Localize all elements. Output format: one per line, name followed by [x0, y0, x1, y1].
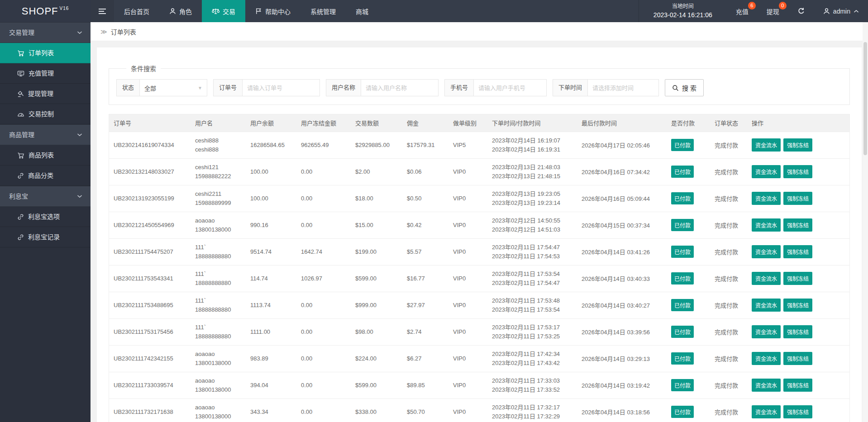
admin-menu[interactable]: admin: [814, 0, 868, 22]
username-line2: 13800138000: [195, 225, 241, 234]
sidebar-item[interactable]: 商品分类: [0, 166, 91, 186]
search-icon: [672, 85, 679, 91]
refresh-button[interactable]: [788, 0, 814, 22]
recharge-shortcut[interactable]: 充值 6: [727, 0, 758, 22]
withdraw-shortcut[interactable]: 提现 0: [758, 0, 788, 22]
sidebar-item[interactable]: 利息宝选项: [0, 207, 91, 227]
order-id-cell: UB2302131923055199: [109, 185, 191, 212]
table-row: UB2302121450554969aoaoao13800138000990.1…: [109, 212, 849, 238]
sidebar-item[interactable]: 提现管理: [0, 84, 91, 104]
order-time: 2023年02月11日 17:53:48: [492, 296, 572, 305]
username-cell: 111`18888888880: [191, 292, 246, 318]
fund-flow-button[interactable]: 资金流水: [752, 165, 781, 178]
fund-flow-button[interactable]: 资金流水: [752, 218, 781, 232]
nav-item[interactable]: 系统管理: [300, 0, 346, 22]
last-pay-time: 2026年04月14日 03:39:56: [582, 329, 650, 336]
username-line1: 111`: [195, 270, 241, 279]
order-time-cell: 2023年02月11日 17:42:342023年02月11日 17:43:42: [487, 345, 577, 372]
username-line2: 18888888880: [195, 332, 241, 341]
level-cell: VIP0: [448, 185, 487, 212]
nav-item[interactable]: 帮助中心: [245, 0, 300, 22]
force-freeze-button[interactable]: 强制冻结: [783, 165, 812, 178]
search-button-label: 搜 索: [682, 83, 696, 92]
order-id: UB2302111753543341: [114, 275, 173, 282]
commission-cell: $50.70: [402, 398, 448, 422]
fund-flow-button[interactable]: 资金流水: [752, 272, 781, 285]
fund-flow-button[interactable]: 资金流水: [752, 192, 781, 205]
last-pay-time-cell: 2026年04月17日 02:05:46: [577, 132, 667, 158]
status-select[interactable]: 全部 ▼: [139, 79, 207, 96]
sidebar-group[interactable]: 交易管理: [0, 22, 91, 43]
username-line2: 13800138000: [195, 385, 241, 394]
force-freeze-button[interactable]: 强制冻结: [783, 245, 812, 258]
status-selected-value: 全部: [144, 84, 156, 92]
phone-filter: 手机号: [444, 79, 547, 96]
paid-status-cell: 已付款: [667, 185, 710, 212]
force-freeze-button[interactable]: 强制冻结: [783, 352, 812, 365]
local-time-label: 当地时间: [672, 2, 694, 10]
force-freeze-button[interactable]: 强制冻结: [783, 272, 812, 285]
breadcrumb: ≫ 订单列表: [91, 22, 868, 41]
sidebar-group[interactable]: 利息宝: [0, 186, 91, 207]
fund-flow-button[interactable]: 资金流水: [752, 299, 781, 312]
sidebar-item-label: 商品列表: [29, 145, 54, 166]
fund-flow-button[interactable]: 资金流水: [752, 325, 781, 338]
topbar-right: 当地时间 2023-02-14 16:21:06 充值 6 提现 0 admin: [639, 0, 868, 22]
nav-item[interactable]: 角色: [159, 0, 202, 22]
force-freeze-button[interactable]: 强制冻结: [783, 138, 812, 152]
amount-value: $599.00: [355, 275, 377, 282]
force-freeze-button[interactable]: 强制冻结: [783, 325, 812, 338]
fund-flow-button[interactable]: 资金流水: [752, 379, 781, 392]
last-pay-time: 2026年04月14日 03:18:56: [582, 409, 650, 416]
order-id: UB2302111733039574: [114, 382, 173, 389]
gauge-icon: [17, 111, 24, 117]
force-freeze-button[interactable]: 强制冻结: [783, 192, 812, 205]
sidebar-item-label: 充值管理: [29, 63, 54, 84]
sidebar-group[interactable]: 商品管理: [0, 124, 91, 145]
nav-item[interactable]: 商城: [346, 0, 378, 22]
user-icon: [169, 8, 176, 14]
commission-cell: $89.85: [402, 372, 448, 398]
order-time-cell: 2023年02月13日 19:23:052023年02月13日 19:23:14: [487, 185, 577, 212]
hamburger-icon: [98, 8, 106, 14]
fund-flow-button[interactable]: 资金流水: [752, 245, 781, 258]
page-scrollbar[interactable]: [863, 22, 868, 422]
fund-flow-button[interactable]: 资金流水: [752, 405, 781, 418]
commission-cell: $0.50: [402, 185, 448, 212]
order-no-input[interactable]: [242, 79, 320, 96]
amount-cell: $199.00: [351, 238, 402, 265]
username-line2: 15988889999: [195, 199, 241, 208]
amount-value: $199.00: [355, 248, 377, 255]
sidebar-item[interactable]: 交易控制: [0, 104, 91, 124]
search-button[interactable]: 搜 索: [665, 79, 704, 96]
sidebar-item[interactable]: 商品列表: [0, 145, 91, 166]
search-panel: 条件搜索 状态 全部 ▼ 订单号 用户名称: [109, 64, 850, 105]
collapse-sidebar-button[interactable]: [91, 0, 114, 22]
force-freeze-button[interactable]: 强制冻结: [783, 218, 812, 232]
username-input[interactable]: [361, 79, 439, 96]
force-freeze-button[interactable]: 强制冻结: [783, 405, 812, 418]
sidebar-item[interactable]: 利息宝记录: [0, 227, 91, 247]
nav-item[interactable]: 交易: [202, 0, 245, 22]
nav-item[interactable]: 后台首页: [114, 0, 159, 22]
last-pay-time-cell: 2026年04月14日 03:29:13: [577, 345, 667, 372]
order-time: 2023年02月11日 17:32:17: [492, 403, 572, 412]
fund-flow-button[interactable]: 资金流水: [752, 138, 781, 152]
level-value: VIP0: [453, 382, 466, 389]
phone-input[interactable]: [473, 79, 547, 96]
sidebar-item-label: 利息宝选项: [28, 207, 60, 227]
force-freeze-button[interactable]: 强制冻结: [783, 299, 812, 312]
page-scrollbar-thumb[interactable]: [863, 42, 867, 155]
level-value: VIP0: [453, 222, 466, 228]
level-value: VIP0: [453, 328, 466, 335]
sidebar: 交易管理订单列表充值管理提现管理交易控制商品管理商品列表商品分类利息宝利息宝选项…: [0, 22, 91, 422]
amount-value: $338.00: [355, 408, 377, 415]
sidebar-item[interactable]: 订单列表: [0, 43, 91, 63]
order-time-input[interactable]: [587, 79, 659, 96]
username-line1: 111`: [195, 296, 241, 305]
commission-value: $6.27: [407, 355, 422, 362]
fund-flow-button[interactable]: 资金流水: [752, 352, 781, 365]
force-freeze-button[interactable]: 强制冻结: [783, 379, 812, 392]
order-id-cell: UB2302111742342155: [109, 345, 191, 372]
sidebar-item[interactable]: 充值管理: [0, 63, 91, 84]
